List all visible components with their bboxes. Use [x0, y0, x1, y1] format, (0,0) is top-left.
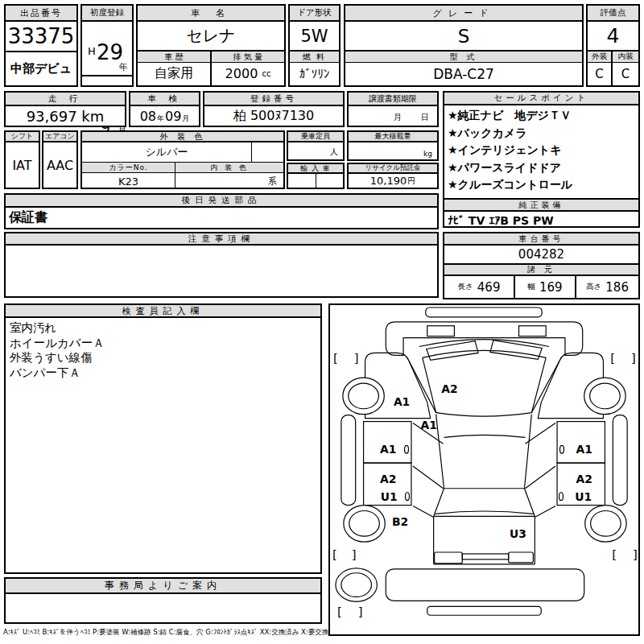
chassis-value: 004282: [444, 246, 638, 263]
bracket-icon: [: [610, 351, 615, 365]
interior-grade-value: C: [613, 63, 638, 85]
mileage-label: 走 行: [6, 93, 125, 106]
car-name-box: 車 名 セレナ 車 歴 自家用 排 気 量 2000 cc: [136, 4, 286, 87]
roof-sides: [436, 415, 532, 489]
registration-no-label: 登録番号: [204, 93, 343, 106]
genuine-equipment-value: ﾅﾋﾞ TV ｴｱB PS PW: [444, 212, 638, 229]
damage-mark-right-rear-door-u: U1: [575, 490, 592, 503]
imported-box: 輸 入 車: [287, 163, 345, 189]
shaken-month: 09: [165, 109, 181, 124]
bracket-icon: ]: [631, 351, 636, 365]
width-label: 幅: [527, 282, 535, 292]
transfer-deadline-box: 譲渡書類期限 月 日: [347, 91, 439, 127]
shaken-year: 08: [140, 109, 156, 124]
damage-mark-left-front-door: A1: [380, 443, 396, 456]
length-label: 長さ: [458, 282, 473, 292]
inspector-notes-label: 検査員記入欄: [6, 305, 320, 318]
max-load-unit: kg: [423, 150, 432, 158]
grade-label: グレード: [345, 6, 582, 22]
wheel-rear-left-rim: [349, 511, 380, 537]
damage-mark-left-rear-door-u: U1: [381, 490, 398, 503]
rear-lamp-right: [509, 552, 534, 563]
dimensions-label: 諸 元: [444, 263, 638, 276]
door-shape-value: 5W: [290, 22, 339, 52]
spare-tire-rim: [341, 573, 372, 597]
color-no-label: カラーNo.: [82, 163, 175, 172]
rear-bumper: [427, 606, 542, 615]
chassis-box: 車台番号 004282 諸 元 長さ 469 幅 169 高さ 186: [443, 232, 640, 299]
rear-panel: [386, 569, 584, 601]
model-code-label: 型 式: [345, 52, 582, 63]
bracket-icon: ]: [354, 351, 359, 365]
capacity-unit: 人: [330, 147, 338, 158]
fuel-label: 燃 料: [290, 52, 339, 63]
registration-no-value: 柏 500ﾇ7130: [204, 106, 343, 126]
aircon-box: エアコン AAC: [42, 130, 78, 189]
door-handle: [405, 445, 409, 453]
damage-mark-left-rear-door: A2: [380, 473, 396, 485]
inspector-note-item: 外装うすい線傷: [10, 350, 316, 365]
wiper-band-edge: [423, 350, 546, 357]
exterior-color-value: シルバー: [82, 142, 252, 162]
car-damage-diagram: [ ] [ ] [ ] [ ] [ ] A2 A1 A1 A1 A1 A2 U1…: [328, 303, 640, 636]
exterior-grade-value: C: [588, 63, 613, 85]
chassis-label: 車台番号: [444, 233, 638, 246]
mileage-value: 93,697 km: [6, 106, 125, 126]
capacity-box: 乗車定員 人: [287, 130, 345, 161]
front-bumper: [426, 308, 542, 317]
inspector-note-item: バンパー下Ａ: [10, 365, 316, 381]
later-shipment-value: 保証書: [6, 208, 437, 228]
auction-venue: 中部デビュ: [6, 52, 76, 85]
door-handle: [559, 493, 564, 501]
exterior-grade-label: 外装: [588, 52, 613, 63]
wheel-front-left-rim: [349, 383, 379, 409]
damage-mark-left-front-fender: A1: [394, 395, 410, 408]
aircon-value: AAC: [43, 142, 76, 188]
shift-value: IAT: [6, 142, 39, 188]
bracket-icon: [: [333, 351, 338, 365]
grade-box: グレード S 型 式 DBA-C27: [344, 4, 584, 87]
sales-point-item: ★クルーズコントロール: [448, 176, 635, 194]
first-registration-era: H: [88, 45, 96, 57]
shaken-year-unit: 年: [157, 114, 164, 124]
registration-no-box: 登録番号 柏 500ﾇ7130: [203, 91, 345, 127]
first-registration-label: 初度登録: [82, 6, 132, 22]
door-handle: [406, 493, 410, 501]
later-shipment-label: 後日発送部品: [6, 195, 437, 208]
later-shipment-box: 後日発送部品 保証書: [4, 193, 439, 229]
damage-mark-left-quarter: B2: [392, 515, 408, 528]
notes-box: 注意事項欄: [4, 232, 439, 298]
capacity-label: 乗車定員: [288, 132, 343, 142]
mileage-box: 走 行 93,697 km: [4, 91, 126, 127]
height-label: 高さ: [586, 282, 601, 292]
displacement-value: 2000: [225, 66, 258, 81]
a-pillar-lines: [409, 361, 559, 412]
auction-no-label: 出品番号: [6, 6, 76, 22]
damage-mark-right-rear-door: A2: [576, 473, 592, 485]
auction-sheet: { "header": { "auction": {"label": "出品番号…: [0, 0, 644, 644]
exterior-color-label: 外 装 色: [82, 132, 283, 142]
shaken-label: 車 検: [130, 93, 199, 106]
inspector-notes-box: 検査員記入欄 室内汚れ ホイールカバーＡ 外装うすい線傷 バンパー下Ａ: [4, 303, 322, 574]
office-notice-label: 事務局よりご案内: [6, 579, 320, 594]
score-label: 評価点: [588, 6, 638, 22]
sales-point-item: ★バックカメラ: [448, 125, 635, 142]
interior-color-suffix: 系: [175, 173, 283, 189]
exterior-color-subcell: [252, 142, 283, 162]
door-handle: [560, 445, 564, 453]
damage-mark-left-a-pillar: A1: [421, 419, 437, 431]
history-label: 車 歴: [138, 52, 210, 63]
displacement-label: 排 気 量: [212, 52, 284, 63]
door-shape-box: ドア形状 5W 燃 料 ｶﾞｿﾘﾝ: [288, 4, 341, 87]
headlight-left: [427, 326, 455, 336]
auction-number: 33375: [6, 22, 76, 52]
headlight-right: [519, 326, 547, 336]
recycle-deposit-unit: 円: [407, 175, 415, 187]
car-outline-svg: [ ] [ ] [ ] [ ] [ ] A2 A1 A1 A1 A1 A2 U1…: [330, 305, 638, 634]
score-value: 4: [588, 22, 638, 52]
score-box: 評価点 4 外装 内装 C C: [586, 4, 640, 87]
color-box: 外 装 色 シルバー カラーNo. 内 装 色 K23 系: [80, 130, 285, 189]
transfer-deadline-label: 譲渡書類期限: [349, 93, 437, 106]
history-value: 自家用: [138, 63, 210, 84]
width-value: 169: [539, 280, 563, 295]
